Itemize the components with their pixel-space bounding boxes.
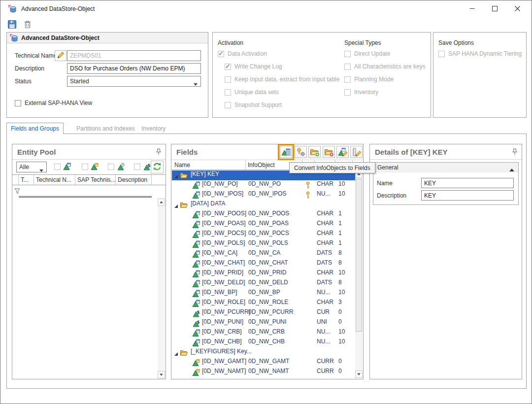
description-label: Description	[15, 65, 44, 72]
tree-field-row[interactable]: [0D_NW_CHB]0D_NW_CHBNU...10	[172, 338, 355, 348]
tree-field-row[interactable]: [0D_NW_CHAT]0D_NW_CHATDATS8	[172, 259, 355, 269]
tree-field-row[interactable]: [0D_NW_ROLE]0D_NW_ROLECHAR3	[172, 299, 355, 308]
entity-column-header[interactable]: SAP Technis...	[75, 175, 116, 185]
checkbox-all-characteristics-are-keys[interactable]	[344, 64, 351, 70]
filter-time-characteristics-icon	[117, 163, 125, 170]
field-infoobject: 0D_NW_POLS	[248, 239, 288, 246]
tree-field-row[interactable]: [0D_NW_CA]0D_NW_CADATS8	[172, 249, 355, 259]
checkbox-direct-update[interactable]	[344, 51, 351, 57]
general-groupbox-header: Advanced DataStore-Object	[7, 33, 208, 43]
tree-field-row[interactable]: [0D_NW_CRB]0D_NW_CRBNU...10	[172, 328, 355, 338]
field-infoobject: 0D_NW_PO	[248, 180, 281, 187]
field-name: [0D_NW_PUNI]	[202, 318, 243, 325]
field-length: 10	[338, 338, 345, 345]
tab-partitions-and-indexes[interactable]: Partitions and Indexes	[69, 123, 142, 134]
tree-field-row[interactable]: [0D_NW_BP]0D_NW_BPNU...10	[172, 289, 355, 299]
tree-field-row[interactable]: $[0D_NW_PCURR]0D_NW_PCURRCUR0	[172, 308, 355, 318]
filter-time-characteristics-checkbox[interactable]	[108, 164, 114, 170]
tree-expander-icon[interactable]	[174, 351, 178, 358]
tree-field-row[interactable]: [0D_NW_POOS]0D_NW_POOSCHAR1	[172, 210, 355, 220]
field-infoobject: 0D_NW_PUNI	[248, 318, 286, 325]
tree-group-row[interactable]: [DATA] DATA	[172, 200, 355, 210]
scroll-down-button[interactable]	[158, 371, 165, 378]
status-dropdown[interactable]: Started	[67, 76, 201, 87]
entity-column-header[interactable]: Description	[116, 175, 152, 185]
entity-column-header[interactable]: T...	[19, 175, 34, 185]
close-button[interactable]	[506, 0, 529, 18]
tree-expander-icon[interactable]	[174, 173, 178, 180]
checkbox-inventory[interactable]	[344, 89, 351, 96]
manage-keys-button[interactable]	[295, 146, 307, 158]
general-groupbox-title: Advanced DataStore-Object	[21, 34, 100, 41]
tree-field-row[interactable]: [0D_NW_NAMT]0D_NW_NAMTCURR0	[172, 368, 355, 377]
details-header: Details of [KEY] KEY	[370, 144, 522, 160]
edit-technical-name-button[interactable]	[55, 50, 66, 61]
detail-description-input[interactable]	[421, 190, 514, 201]
delete-button[interactable]	[23, 20, 33, 30]
field-name: [0D_NW_CHB]	[202, 338, 242, 345]
maximize-button[interactable]	[483, 0, 506, 18]
entity-type-dropdown[interactable]: Alle	[16, 162, 47, 172]
tree-field-row[interactable]	[172, 377, 355, 378]
tree-field-row[interactable]: [0D_NW_DELD]0D_NW_DELDDATS8	[172, 279, 355, 289]
tree-field-row[interactable]: [0D_NW_POLS]0D_NW_POLSCHAR1	[172, 239, 355, 249]
checkbox-unique-data-sets[interactable]	[225, 89, 231, 96]
char-infoobject-icon	[192, 329, 200, 338]
scroll-up-button[interactable]	[158, 199, 165, 206]
scroll-down-button[interactable]	[355, 370, 363, 378]
convert-infoobjects-to-fields-button[interactable]	[280, 146, 292, 158]
checkbox-data-activation[interactable]	[218, 51, 224, 57]
entity-column-header[interactable]	[12, 175, 19, 185]
add-group-button[interactable]	[308, 146, 321, 158]
tab-fields-and-groups[interactable]: Fields and Groups	[6, 123, 64, 134]
tree-field-row[interactable]: [0D_NW_POCS]0D_NW_POCSCHAR1	[172, 230, 355, 239]
refresh-button[interactable]	[151, 161, 164, 173]
filter-characteristics-checkbox[interactable]	[54, 164, 61, 170]
entity-type-value: Alle	[19, 164, 29, 170]
tree-field-row[interactable]: [0D_NW_PO]0D_NW_POCHAR10	[172, 180, 355, 190]
tree-field-row[interactable]: [0D_NW_GAMT]0D_NW_GAMTCURR0	[172, 358, 355, 368]
scrollbar-thumb[interactable]	[356, 179, 362, 332]
checkbox-snapshot-support[interactable]	[225, 102, 231, 108]
svg-text:$: $	[197, 310, 200, 315]
tab-inventory[interactable]: Inventory	[134, 123, 172, 134]
checkbox-label: Data Activation	[228, 50, 267, 57]
checkbox-keep-input-data-extract-from-input-table[interactable]	[225, 76, 231, 83]
tree-field-row[interactable]: [0D_NW_IPOS]0D_NW_IPOSNU...10	[172, 190, 355, 200]
entity-pool-scrollbar[interactable]	[158, 199, 165, 378]
field-name: [0D_NW_CRB]	[202, 328, 242, 335]
pin-icon[interactable]	[512, 148, 518, 157]
field-name: [0D_NW_POAS]	[202, 220, 246, 227]
filter-keyfigures-checkbox[interactable]	[82, 164, 88, 170]
technical-name-input[interactable]	[67, 50, 201, 61]
tree-field-row[interactable]: [0D_NW_POAS]0D_NW_POASCHAR1	[172, 220, 355, 230]
entity-pool-table-header: T...Technical N...SAP Technis...Descript…	[12, 174, 166, 185]
char-infoobject-icon	[192, 270, 200, 279]
detail-name-input[interactable]	[421, 178, 514, 188]
pin-icon[interactable]	[156, 148, 162, 157]
edit-infoobject-button[interactable]	[336, 146, 349, 158]
maximize-icon	[492, 6, 498, 13]
general-section-bar[interactable]: General	[373, 162, 519, 173]
entity-pool-panel: Entity Pool Alle $ T...Technical N...SAP…	[12, 144, 166, 379]
minimize-button[interactable]	[461, 0, 483, 18]
entity-pool-header: Entity Pool	[12, 144, 166, 160]
checkbox-sap-hana-dynamic-tiering[interactable]	[438, 51, 445, 57]
tree-field-row[interactable]: [0D_NW_PRID]0D_NW_PRIDCHAR10	[172, 269, 355, 279]
remove-group-button[interactable]	[323, 146, 335, 158]
adso-icon	[10, 34, 18, 42]
checkbox-planning-mode[interactable]	[344, 76, 351, 83]
tree-field-row[interactable]: $[0D_NW_PUNI]0D_NW_PUNIUNI0	[172, 318, 355, 328]
external-hana-view-checkbox[interactable]	[15, 100, 21, 106]
edit-properties-button[interactable]	[350, 146, 363, 158]
save-button[interactable]	[7, 20, 17, 30]
checkbox-write-change-log[interactable]	[225, 64, 231, 70]
filter-units-checkbox[interactable]	[134, 164, 140, 170]
description-input[interactable]	[67, 63, 201, 74]
window-controls	[461, 0, 529, 18]
entity-column-header[interactable]: Technical N...	[34, 175, 75, 185]
fields-scrollbar[interactable]	[355, 170, 363, 378]
tree-group-row[interactable]: [_KEYFIGURES] Key...	[172, 348, 355, 358]
tree-expander-icon[interactable]	[174, 203, 178, 210]
main-toolbar	[0, 18, 33, 31]
